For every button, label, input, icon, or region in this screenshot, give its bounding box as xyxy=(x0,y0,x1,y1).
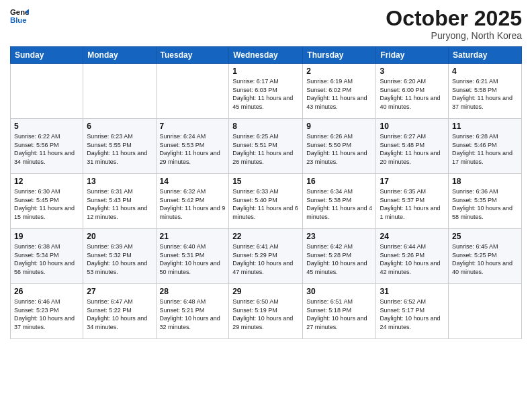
day-number: 24 xyxy=(380,232,445,241)
day-info: Sunrise: 6:39 AMSunset: 5:32 PMDaylight:… xyxy=(87,242,152,276)
day-number: 2 xyxy=(306,66,372,76)
calendar-cell: 23Sunrise: 6:42 AMSunset: 5:28 PMDayligh… xyxy=(303,229,376,284)
col-wednesday: Wednesday xyxy=(229,47,303,64)
day-info: Sunrise: 6:19 AMSunset: 6:02 PMDaylight:… xyxy=(306,77,372,111)
day-info: Sunrise: 6:38 AMSunset: 5:34 PMDaylight:… xyxy=(14,242,79,276)
day-info: Sunrise: 6:34 AMSunset: 5:38 PMDaylight:… xyxy=(306,187,372,221)
day-info: Sunrise: 6:36 AMSunset: 5:35 PMDaylight:… xyxy=(452,187,518,221)
day-number: 10 xyxy=(380,122,445,131)
day-info: Sunrise: 6:35 AMSunset: 5:37 PMDaylight:… xyxy=(380,187,445,221)
day-info: Sunrise: 6:41 AMSunset: 5:29 PMDaylight:… xyxy=(232,242,299,276)
calendar-cell: 29Sunrise: 6:50 AMSunset: 5:19 PMDayligh… xyxy=(229,284,303,339)
day-info: Sunrise: 6:33 AMSunset: 5:40 PMDaylight:… xyxy=(232,187,299,221)
day-number: 27 xyxy=(87,287,152,296)
header: General Blue October 2025 Puryong, North… xyxy=(10,7,522,41)
day-info: Sunrise: 6:51 AMSunset: 5:18 PMDaylight:… xyxy=(306,298,372,331)
day-info: Sunrise: 6:31 AMSunset: 5:43 PMDaylight:… xyxy=(87,187,152,221)
day-number: 12 xyxy=(14,177,79,186)
calendar-cell: 20Sunrise: 6:39 AMSunset: 5:32 PMDayligh… xyxy=(83,229,156,284)
col-friday: Friday xyxy=(376,47,449,64)
day-number: 30 xyxy=(306,287,372,296)
day-number: 22 xyxy=(232,232,299,241)
col-tuesday: Tuesday xyxy=(156,47,229,64)
calendar-cell: 12Sunrise: 6:30 AMSunset: 5:45 PMDayligh… xyxy=(11,174,83,229)
day-number: 23 xyxy=(306,232,372,241)
col-saturday: Saturday xyxy=(449,47,522,64)
day-number: 15 xyxy=(232,177,299,186)
calendar-cell xyxy=(156,64,229,119)
calendar-week-5: 26Sunrise: 6:46 AMSunset: 5:23 PMDayligh… xyxy=(11,284,522,339)
day-info: Sunrise: 6:25 AMSunset: 5:51 PMDaylight:… xyxy=(232,132,299,166)
logo: General Blue xyxy=(10,7,29,26)
calendar-cell: 7Sunrise: 6:24 AMSunset: 5:53 PMDaylight… xyxy=(156,119,229,174)
day-number: 8 xyxy=(232,122,299,131)
day-info: Sunrise: 6:42 AMSunset: 5:28 PMDaylight:… xyxy=(306,242,372,276)
calendar-cell: 16Sunrise: 6:34 AMSunset: 5:38 PMDayligh… xyxy=(303,174,376,229)
day-info: Sunrise: 6:20 AMSunset: 6:00 PMDaylight:… xyxy=(380,77,445,111)
day-info: Sunrise: 6:17 AMSunset: 6:03 PMDaylight:… xyxy=(232,77,299,111)
calendar: Sunday Monday Tuesday Wednesday Thursday… xyxy=(10,46,522,339)
day-info: Sunrise: 6:45 AMSunset: 5:25 PMDaylight:… xyxy=(452,242,518,276)
calendar-cell: 2Sunrise: 6:19 AMSunset: 6:02 PMDaylight… xyxy=(303,64,376,119)
svg-text:General: General xyxy=(10,8,29,16)
month-title: October 2025 xyxy=(386,7,522,30)
day-number: 19 xyxy=(14,232,79,241)
calendar-cell xyxy=(83,64,156,119)
day-info: Sunrise: 6:26 AMSunset: 5:50 PMDaylight:… xyxy=(306,132,372,166)
day-number: 16 xyxy=(306,177,372,186)
day-info: Sunrise: 6:27 AMSunset: 5:48 PMDaylight:… xyxy=(380,132,445,166)
day-number: 26 xyxy=(14,287,79,296)
calendar-cell: 4Sunrise: 6:21 AMSunset: 5:58 PMDaylight… xyxy=(449,64,522,119)
calendar-cell: 11Sunrise: 6:28 AMSunset: 5:46 PMDayligh… xyxy=(449,119,522,174)
calendar-cell xyxy=(11,64,83,119)
calendar-cell: 26Sunrise: 6:46 AMSunset: 5:23 PMDayligh… xyxy=(11,284,83,339)
col-monday: Monday xyxy=(83,47,156,64)
day-number: 9 xyxy=(306,122,372,131)
calendar-cell: 21Sunrise: 6:40 AMSunset: 5:31 PMDayligh… xyxy=(156,229,229,284)
location: Puryong, North Korea xyxy=(386,30,522,41)
page: General Blue October 2025 Puryong, North… xyxy=(0,0,532,411)
calendar-week-3: 12Sunrise: 6:30 AMSunset: 5:45 PMDayligh… xyxy=(11,174,522,229)
day-number: 4 xyxy=(452,66,518,76)
day-info: Sunrise: 6:52 AMSunset: 5:17 PMDaylight:… xyxy=(380,298,445,331)
day-info: Sunrise: 6:21 AMSunset: 5:58 PMDaylight:… xyxy=(452,77,518,111)
day-number: 20 xyxy=(87,232,152,241)
calendar-week-4: 19Sunrise: 6:38 AMSunset: 5:34 PMDayligh… xyxy=(11,229,522,284)
day-number: 29 xyxy=(232,287,299,296)
day-info: Sunrise: 6:50 AMSunset: 5:19 PMDaylight:… xyxy=(232,298,299,331)
col-sunday: Sunday xyxy=(11,47,83,64)
title-block: October 2025 Puryong, North Korea xyxy=(386,7,522,41)
day-info: Sunrise: 6:22 AMSunset: 5:56 PMDaylight:… xyxy=(14,132,79,166)
calendar-cell: 13Sunrise: 6:31 AMSunset: 5:43 PMDayligh… xyxy=(83,174,156,229)
day-number: 21 xyxy=(160,232,226,241)
calendar-cell: 22Sunrise: 6:41 AMSunset: 5:29 PMDayligh… xyxy=(229,229,303,284)
day-info: Sunrise: 6:40 AMSunset: 5:31 PMDaylight:… xyxy=(160,242,226,276)
day-info: Sunrise: 6:44 AMSunset: 5:26 PMDaylight:… xyxy=(380,242,445,276)
calendar-cell: 31Sunrise: 6:52 AMSunset: 5:17 PMDayligh… xyxy=(376,284,449,339)
calendar-cell: 18Sunrise: 6:36 AMSunset: 5:35 PMDayligh… xyxy=(449,174,522,229)
svg-text:Blue: Blue xyxy=(10,16,27,24)
day-number: 31 xyxy=(380,287,445,296)
day-info: Sunrise: 6:32 AMSunset: 5:42 PMDaylight:… xyxy=(160,187,226,221)
day-info: Sunrise: 6:24 AMSunset: 5:53 PMDaylight:… xyxy=(160,132,226,166)
day-number: 25 xyxy=(452,232,518,241)
calendar-cell: 25Sunrise: 6:45 AMSunset: 5:25 PMDayligh… xyxy=(449,229,522,284)
day-info: Sunrise: 6:30 AMSunset: 5:45 PMDaylight:… xyxy=(14,187,79,221)
day-number: 28 xyxy=(160,287,226,296)
calendar-cell: 3Sunrise: 6:20 AMSunset: 6:00 PMDaylight… xyxy=(376,64,449,119)
calendar-cell: 10Sunrise: 6:27 AMSunset: 5:48 PMDayligh… xyxy=(376,119,449,174)
day-number: 14 xyxy=(160,177,226,186)
calendar-cell: 1Sunrise: 6:17 AMSunset: 6:03 PMDaylight… xyxy=(229,64,303,119)
logo-icon: General Blue xyxy=(10,7,29,26)
day-info: Sunrise: 6:47 AMSunset: 5:22 PMDaylight:… xyxy=(87,298,152,331)
day-info: Sunrise: 6:46 AMSunset: 5:23 PMDaylight:… xyxy=(14,298,79,331)
calendar-cell: 27Sunrise: 6:47 AMSunset: 5:22 PMDayligh… xyxy=(83,284,156,339)
day-number: 5 xyxy=(14,122,79,131)
calendar-cell: 8Sunrise: 6:25 AMSunset: 5:51 PMDaylight… xyxy=(229,119,303,174)
calendar-cell: 9Sunrise: 6:26 AMSunset: 5:50 PMDaylight… xyxy=(303,119,376,174)
day-number: 6 xyxy=(87,122,152,131)
day-info: Sunrise: 6:28 AMSunset: 5:46 PMDaylight:… xyxy=(452,132,518,166)
calendar-cell: 30Sunrise: 6:51 AMSunset: 5:18 PMDayligh… xyxy=(303,284,376,339)
day-info: Sunrise: 6:48 AMSunset: 5:21 PMDaylight:… xyxy=(160,298,226,331)
calendar-cell: 24Sunrise: 6:44 AMSunset: 5:26 PMDayligh… xyxy=(376,229,449,284)
